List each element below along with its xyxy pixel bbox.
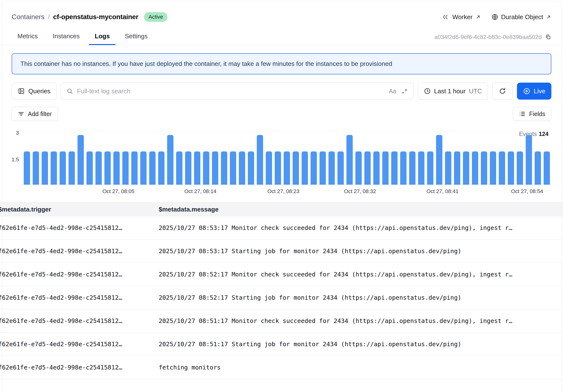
page-header: Containers / cf-openstatus-mycontainer A…: [0, 0, 563, 22]
chart-bar[interactable]: [266, 152, 272, 185]
regex-icon[interactable]: [402, 88, 408, 94]
chart-bar[interactable]: [33, 152, 39, 185]
chart-bar[interactable]: [454, 152, 460, 185]
clock-icon: [424, 88, 431, 94]
log-table-row[interactable]: f62e61fe-e7d5-4ed2-998e-c25415812…2025/1…: [0, 263, 563, 286]
chart-bar[interactable]: [221, 152, 227, 185]
log-table-row[interactable]: f62e61fe-e7d5-4ed2-998e-c25415812…fetchi…: [0, 356, 563, 379]
chart-bar[interactable]: [535, 152, 541, 185]
chart-bar[interactable]: [436, 135, 442, 185]
chart-bar[interactable]: [400, 152, 407, 185]
chart-bar[interactable]: [51, 152, 57, 185]
search-input[interactable]: [77, 88, 385, 95]
chart-bar[interactable]: [355, 152, 362, 185]
chart-bar[interactable]: [517, 152, 523, 185]
add-filter-button[interactable]: Add filter: [12, 107, 58, 121]
chart-bar[interactable]: [302, 152, 308, 185]
chart-bar[interactable]: [239, 152, 245, 185]
chart-bar[interactable]: [69, 152, 75, 185]
column-header-trigger[interactable]: $metadata.trigger: [0, 206, 159, 213]
live-button[interactable]: Live: [517, 83, 551, 100]
y-axis-label-1-5: 1.5: [11, 156, 19, 163]
search-options: Aa: [389, 88, 408, 95]
chart-bar[interactable]: [508, 152, 514, 185]
chart-bar[interactable]: [373, 152, 380, 185]
chart-bar[interactable]: [409, 152, 415, 185]
chart-bar[interactable]: [320, 152, 326, 185]
log-row-message: 2025/10/27 08:53:17 Starting job for mon…: [159, 248, 563, 255]
chart-bar[interactable]: [346, 135, 353, 185]
chart-bar[interactable]: [60, 152, 66, 185]
chart-bar[interactable]: [544, 152, 550, 185]
breadcrumb-containers-link[interactable]: Containers: [12, 13, 44, 21]
tab-logs[interactable]: Logs: [89, 29, 115, 45]
log-table-row[interactable]: f62e61fe-e7d5-4ed2-998e-c25415812…2025/1…: [0, 286, 563, 309]
chart-bar[interactable]: [490, 152, 496, 185]
chart-bar[interactable]: [337, 152, 344, 185]
refresh-button[interactable]: [492, 83, 513, 100]
chart-bar[interactable]: [284, 152, 290, 185]
tab-instances[interactable]: Instances: [47, 29, 86, 45]
chart-bar[interactable]: [329, 152, 335, 185]
chart-bar[interactable]: [185, 152, 191, 185]
chart-bar[interactable]: [499, 152, 505, 185]
chart-bar[interactable]: [275, 152, 281, 185]
chart-bar[interactable]: [230, 152, 236, 185]
chart-bar[interactable]: [472, 152, 478, 185]
add-filter-label: Add filter: [28, 111, 52, 117]
chart-bar[interactable]: [167, 135, 173, 185]
chart-bar[interactable]: [113, 152, 120, 185]
chart-bar[interactable]: [194, 152, 200, 185]
log-row-message: 2025/10/27 08:53:17 Monitor check succee…: [159, 224, 563, 231]
chart-bar[interactable]: [526, 135, 532, 185]
chart-bar[interactable]: [122, 152, 129, 185]
fields-button[interactable]: Fields: [513, 107, 551, 121]
chart-bar[interactable]: [149, 152, 155, 185]
tab-settings[interactable]: Settings: [119, 29, 153, 45]
chart-bar[interactable]: [87, 152, 93, 185]
chart-bar[interactable]: [24, 152, 30, 185]
chart-bar[interactable]: [131, 152, 138, 185]
chart-bar[interactable]: [391, 152, 397, 185]
chart-bar[interactable]: [104, 152, 111, 185]
chart-bars: [24, 132, 551, 185]
chart-bar[interactable]: [248, 152, 254, 185]
chart-bar[interactable]: [158, 152, 165, 185]
log-table-row[interactable]: f62e61fe-e7d5-4ed2-998e-c25415812…2025/1…: [0, 333, 563, 356]
durable-object-link[interactable]: Durable Object: [492, 13, 551, 21]
case-sensitivity-icon[interactable]: Aa: [389, 88, 396, 95]
x-axis-tick-label: Oct 27, 08:23: [268, 188, 299, 195]
chart-bar[interactable]: [140, 152, 147, 185]
play-circle-icon: [523, 88, 530, 95]
chart-bar[interactable]: [364, 152, 371, 185]
worker-link[interactable]: Worker: [443, 13, 481, 21]
chart-bar[interactable]: [293, 152, 299, 185]
chart-bar[interactable]: [95, 152, 102, 185]
chart-bar[interactable]: [212, 152, 218, 185]
log-table-row[interactable]: f62e61fe-e7d5-4ed2-998e-c25415812…2025/1…: [0, 216, 563, 240]
live-button-label: Live: [534, 88, 545, 95]
column-header-message[interactable]: $metadata.message: [159, 206, 563, 213]
tab-metrics[interactable]: Metrics: [12, 29, 44, 45]
log-table-row[interactable]: f62e61fe-e7d5-4ed2-998e-c25415812…2025/1…: [0, 309, 563, 333]
chart-bar[interactable]: [176, 152, 182, 185]
chart-bar[interactable]: [382, 152, 389, 185]
tabs: Metrics Instances Logs Settings: [12, 29, 153, 45]
chart-bar[interactable]: [42, 152, 48, 185]
log-table-row[interactable]: f62e61fe-e7d5-4ed2-998e-c25415812…2025/1…: [0, 240, 563, 263]
chart-bar[interactable]: [311, 152, 317, 185]
page-title: cf-openstatus-mycontainer: [53, 13, 138, 21]
chart-bar[interactable]: [77, 135, 84, 185]
time-range-button[interactable]: Last 1 hour UTC: [418, 83, 488, 100]
chart-bar[interactable]: [257, 135, 263, 185]
chart-bar[interactable]: [427, 152, 433, 185]
search-icon: [66, 88, 73, 94]
queries-button[interactable]: Queries: [12, 83, 56, 100]
containers-logs-page: Containers / cf-openstatus-mycontainer A…: [0, 0, 563, 392]
copy-icon[interactable]: [545, 34, 551, 40]
chart-bar[interactable]: [203, 152, 209, 185]
chart-bar[interactable]: [418, 152, 424, 185]
chart-bar[interactable]: [481, 152, 487, 185]
chart-bar[interactable]: [463, 152, 469, 185]
chart-bar[interactable]: [445, 152, 451, 185]
